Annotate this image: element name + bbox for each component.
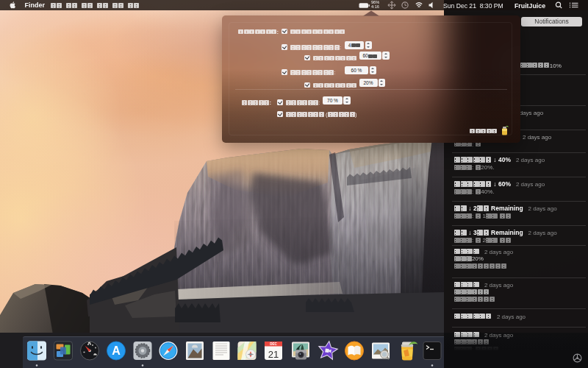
svg-text:21: 21 — [268, 349, 279, 360]
svg-text:A: A — [112, 344, 121, 357]
svg-text:DEC: DEC — [270, 342, 277, 346]
